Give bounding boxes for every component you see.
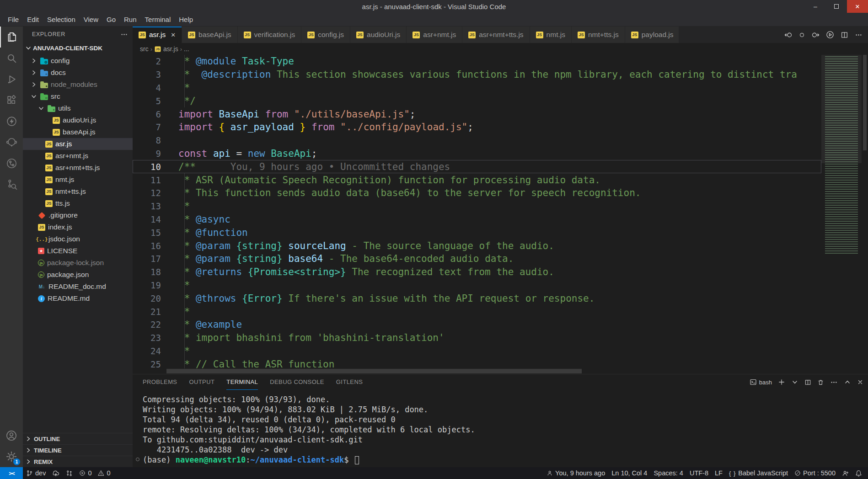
code-line-22[interactable]: 22 * @example (133, 318, 821, 331)
panel-tab-output[interactable]: OUTPUT (189, 374, 214, 390)
tab-payload-js[interactable]: JSpayload.js (625, 27, 679, 43)
close-icon[interactable] (857, 379, 863, 385)
tree-item-utils[interactable]: +utils (23, 102, 133, 114)
code-line-17[interactable]: 17 * @param {string} base64 - The base64… (133, 252, 821, 266)
status-eol[interactable]: LF (712, 467, 726, 479)
tree-item-config[interactable]: ⚙config (23, 55, 133, 67)
tab-nmt-tts-js[interactable]: JSnmt+tts.js (572, 27, 625, 43)
menu-item-terminal[interactable]: Terminal (141, 14, 175, 25)
tree-item-docs[interactable]: ≡docs (23, 67, 133, 79)
horizontal-scrollbar[interactable] (161, 368, 821, 374)
status-live-server-port[interactable]: Port : 5500 (791, 467, 839, 479)
activity-explorer[interactable] (0, 27, 23, 48)
line-number[interactable]: 6 (133, 109, 161, 119)
code-line-2[interactable]: 2 * @module Task-Type (133, 55, 821, 68)
split-editor-icon[interactable] (841, 31, 848, 39)
code-line-21[interactable]: 21 * (133, 305, 821, 318)
activity-thunder-client[interactable] (0, 111, 23, 132)
line-number[interactable]: 9 (133, 149, 161, 159)
tree-item-package-lock-json[interactable]: jspackage-lock.json (23, 257, 133, 269)
new-terminal-icon[interactable] (778, 378, 785, 386)
status-cursor-position[interactable]: Ln 10, Col 4 (608, 467, 650, 479)
tab-config-js[interactable]: JSconfig.js (301, 27, 350, 43)
status-git-compare[interactable] (63, 467, 76, 479)
status-language-mode[interactable]: { }Babel JavaScript (726, 467, 791, 479)
activity-account[interactable] (0, 425, 23, 446)
tree-item-jsdoc-json[interactable]: {..}jsdoc.json (23, 233, 133, 245)
line-number[interactable]: 10 (133, 162, 161, 172)
code-line-7[interactable]: 7import { asr_payload } from "../config/… (133, 121, 821, 134)
status-blame-info[interactable]: You, 9 hours ago (543, 467, 608, 479)
tree-item-node-modules[interactable]: ●node_modules (23, 79, 133, 90)
code-line-16[interactable]: 16 * @param {string} sourceLang - The so… (133, 239, 821, 252)
explorer-more-actions-icon[interactable] (120, 31, 128, 38)
code-line-13[interactable]: 13 * (133, 200, 821, 213)
tree-item-readme-md[interactable]: iREADME.md (23, 293, 133, 304)
activity-audio-assistant[interactable] (0, 132, 23, 153)
line-number[interactable]: 5 (133, 96, 161, 106)
line-number[interactable]: 8 (133, 135, 161, 145)
workspace-root-folder[interactable]: ANUVAAD-CLIENT-SDK (23, 42, 133, 54)
activity-search[interactable] (0, 48, 23, 69)
line-number[interactable]: 18 (133, 267, 161, 277)
tree-item-tts-js[interactable]: JStts.js (23, 197, 133, 209)
minimap-slider[interactable] (821, 55, 862, 163)
breadcrumb-item-asr.js[interactable]: JSasr.js (154, 45, 178, 53)
code-line-10[interactable]: 10/** You, 9 hours ago • Uncommitted cha… (133, 160, 821, 173)
menu-item-help[interactable]: Help (175, 14, 197, 25)
code-line-4[interactable]: 4 * (133, 81, 821, 95)
tab-nmt-js[interactable]: JSnmt.js (530, 27, 572, 43)
line-number[interactable]: 3 (133, 69, 161, 80)
tab-baseapi-js[interactable]: JSbaseApi.js (182, 27, 238, 43)
menu-item-view[interactable]: View (80, 14, 102, 25)
code-line-20[interactable]: 20 * @throws {Error} If there's an issue… (133, 292, 821, 305)
line-number[interactable]: 22 (133, 319, 161, 330)
terminal-command-decoration-icon[interactable] (136, 458, 139, 461)
maximize-button[interactable] (826, 0, 847, 13)
code-line-15[interactable]: 15 * @function (133, 226, 821, 239)
tree-item-package-json[interactable]: jspackage.json (23, 269, 133, 281)
status-notifications[interactable] (852, 467, 865, 479)
menu-item-file[interactable]: File (4, 14, 23, 25)
gitlens-prev-icon[interactable] (784, 31, 792, 39)
tree-item-nmt-js[interactable]: JSnmt.js (23, 174, 133, 186)
code-line-24[interactable]: 24 * (133, 345, 821, 358)
panel-tab-terminal[interactable]: TERMINAL (226, 374, 258, 390)
tab-verification-js[interactable]: JSverification.js (238, 27, 302, 43)
activity-run-debug[interactable] (0, 69, 23, 90)
code-line-12[interactable]: 12 * This function sends audio data (bas… (133, 186, 821, 200)
breadcrumb-item-src[interactable]: src (140, 45, 149, 53)
menu-item-edit[interactable]: Edit (23, 14, 43, 25)
tree-item-asr-nmt-js[interactable]: JSasr+nmt.js (23, 150, 133, 162)
code-line-9[interactable]: 9const api = new BaseApi; (133, 147, 821, 160)
vertical-scrollbar[interactable] (862, 55, 868, 374)
line-number[interactable]: 23 (133, 333, 161, 343)
breadcrumb-item-...[interactable]: ... (184, 45, 189, 53)
terminal-shell-selector[interactable]: bash (750, 378, 772, 386)
line-number[interactable]: 25 (133, 359, 161, 368)
code-line-19[interactable]: 19 * (133, 279, 821, 292)
tree-item-license[interactable]: ★LICENSE (23, 245, 133, 257)
tree-item-baseapi-js[interactable]: JSbaseApi.js (23, 126, 133, 138)
line-number[interactable]: 17 (133, 254, 161, 264)
code-line-3[interactable]: 3 * @description This section showcases … (133, 68, 821, 81)
section-timeline[interactable]: TIMELINE (23, 444, 133, 456)
more-icon[interactable] (855, 31, 863, 39)
tab-asr-nmt-tts-js[interactable]: JSasr+nmt+tts.js (462, 27, 530, 43)
panel-tab-problems[interactable]: PROBLEMS (143, 374, 177, 390)
activity-git-graph[interactable] (0, 153, 23, 174)
tab-close-icon[interactable]: ✕ (171, 32, 176, 38)
code-editor[interactable]: 2 * @module Task-Type3 * @description Th… (133, 55, 868, 374)
run-circle-icon[interactable] (826, 31, 834, 39)
tree-item-readme-doc-md[interactable]: M↓README_doc.md (23, 281, 133, 293)
activity-settings[interactable]: 1 (0, 446, 23, 467)
terminal[interactable]: Compressing objects: 100% (93/93), done.… (133, 390, 868, 467)
code-line-8[interactable]: 8 (133, 134, 821, 147)
minimize-button[interactable]: – (805, 0, 826, 13)
code-line-23[interactable]: 23 * import bhashini from 'bhashini-tran… (133, 331, 821, 345)
line-number[interactable]: 15 (133, 228, 161, 238)
status-publish-changes[interactable] (49, 467, 63, 479)
tree-item-asr-nmt-tts-js[interactable]: JSasr+nmt+tts.js (23, 162, 133, 174)
panel-tab-gitlens[interactable]: GITLENS (336, 374, 363, 390)
chevron-down-icon[interactable] (791, 378, 798, 386)
